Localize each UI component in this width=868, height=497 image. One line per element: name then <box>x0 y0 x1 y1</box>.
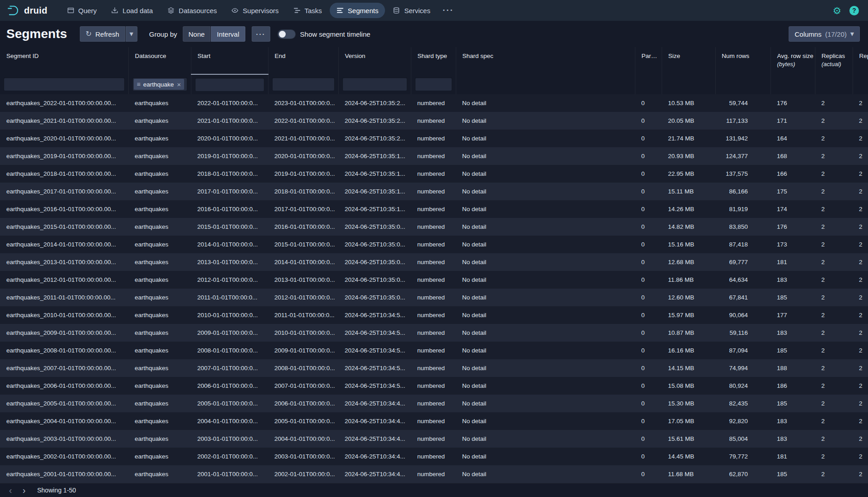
cell-partition[interactable]: 0 <box>635 289 662 306</box>
cell-version[interactable]: 2024-06-25T10:35:0... <box>338 253 411 271</box>
cell-end[interactable]: 2007-01-01T00:00:0... <box>268 377 338 395</box>
next-page-button[interactable]: › <box>17 484 31 496</box>
cell-size[interactable]: 15.97 MB <box>662 306 715 324</box>
cell-replication-factor[interactable]: 2 <box>853 306 868 324</box>
cell-shard-spec[interactable]: No detail <box>456 147 635 165</box>
cell-segment-id[interactable]: earthquakes_2005-01-01T00:00:00.00... <box>0 395 128 412</box>
table-row[interactable]: earthquakes_2005-01-01T00:00:00.00... ea… <box>0 395 868 412</box>
cell-start[interactable]: 2008-01-01T00:00:0... <box>191 342 268 359</box>
cell-size[interactable]: 11.68 MB <box>662 465 715 483</box>
cell-replicas[interactable]: 2 <box>815 165 853 183</box>
cell-shard-spec[interactable]: No detail <box>456 324 635 342</box>
cell-datasource[interactable]: earthquakes <box>128 395 191 412</box>
col-header-avg-row-size[interactable]: Avg. row size(bytes) <box>770 47 815 74</box>
cell-version[interactable]: 2024-06-25T10:34:5... <box>338 324 411 342</box>
cell-start[interactable]: 2022-01-01T00:00:0... <box>191 94 268 112</box>
cell-shard-type[interactable]: numbered <box>411 147 456 165</box>
cell-shard-spec[interactable]: No detail <box>456 165 635 183</box>
col-header-datasource[interactable]: Datasource <box>128 47 191 74</box>
cell-shard-spec[interactable]: No detail <box>456 465 635 483</box>
cell-shard-type[interactable]: numbered <box>411 306 456 324</box>
cell-segment-id[interactable]: earthquakes_2020-01-01T00:00:00.00... <box>0 130 128 147</box>
cell-start[interactable]: 2015-01-01T00:00:0... <box>191 218 268 236</box>
cell-partition[interactable]: 0 <box>635 112 662 130</box>
cell-avg-row-size[interactable]: 175 <box>770 183 815 200</box>
refresh-interval-dropdown-button[interactable]: ▾ <box>126 26 137 42</box>
cell-num-rows[interactable]: 117,133 <box>715 112 770 130</box>
cell-num-rows[interactable]: 92,820 <box>715 412 770 430</box>
refresh-button[interactable]: ↻ Refresh <box>80 26 125 42</box>
cell-partition[interactable]: 0 <box>635 395 662 412</box>
remove-filter-icon[interactable]: × <box>177 81 181 88</box>
cell-datasource[interactable]: earthquakes <box>128 236 191 253</box>
cell-end[interactable]: 2014-01-01T00:00:0... <box>268 253 338 271</box>
col-header-num-rows[interactable]: Num rows <box>715 47 770 74</box>
cell-start[interactable]: 2009-01-01T00:00:0... <box>191 324 268 342</box>
cell-replicas[interactable]: 2 <box>815 359 853 377</box>
previous-page-button[interactable]: ‹ <box>4 484 17 496</box>
col-header-shard-spec[interactable]: Shard spec <box>456 47 635 74</box>
group-by-none-button[interactable]: None <box>183 26 211 42</box>
cell-avg-row-size[interactable]: 177 <box>770 306 815 324</box>
col-header-size[interactable]: Size <box>662 47 715 74</box>
cell-end[interactable]: 2008-01-01T00:00:0... <box>268 359 338 377</box>
cell-start[interactable]: 2012-01-01T00:00:0... <box>191 271 268 289</box>
cell-replication-factor[interactable]: 2 <box>853 430 868 448</box>
cell-replicas[interactable]: 2 <box>815 236 853 253</box>
cell-datasource[interactable]: earthquakes <box>128 412 191 430</box>
cell-start[interactable]: 2018-01-01T00:00:0... <box>191 165 268 183</box>
cell-size[interactable]: 14.82 MB <box>662 218 715 236</box>
cell-replication-factor[interactable]: 2 <box>853 342 868 359</box>
cell-size[interactable]: 16.16 MB <box>662 342 715 359</box>
cell-num-rows[interactable]: 90,064 <box>715 306 770 324</box>
cell-shard-spec[interactable]: No detail <box>456 342 635 359</box>
cell-shard-type[interactable]: numbered <box>411 342 456 359</box>
cell-start[interactable]: 2005-01-01T00:00:0... <box>191 395 268 412</box>
table-row[interactable]: earthquakes_2018-01-01T00:00:00.00... ea… <box>0 165 868 183</box>
cell-num-rows[interactable]: 124,377 <box>715 147 770 165</box>
cell-datasource[interactable]: earthquakes <box>128 271 191 289</box>
cell-replicas[interactable]: 2 <box>815 448 853 465</box>
cell-segment-id[interactable]: earthquakes_2021-01-01T00:00:00.00... <box>0 112 128 130</box>
cell-num-rows[interactable]: 74,994 <box>715 359 770 377</box>
cell-replication-factor[interactable]: 2 <box>853 465 868 483</box>
cell-shard-spec[interactable]: No detail <box>456 359 635 377</box>
cell-shard-type[interactable]: numbered <box>411 271 456 289</box>
cell-replicas[interactable]: 2 <box>815 183 853 200</box>
cell-datasource[interactable]: earthquakes <box>128 112 191 130</box>
cell-segment-id[interactable]: earthquakes_2014-01-01T00:00:00.00... <box>0 236 128 253</box>
cell-shard-spec[interactable]: No detail <box>456 377 635 395</box>
col-header-replication-factor[interactable]: Replication factor <box>853 47 868 74</box>
table-row[interactable]: earthquakes_2006-01-01T00:00:00.00... ea… <box>0 377 868 395</box>
table-row[interactable]: earthquakes_2013-01-01T00:00:00.00... ea… <box>0 253 868 271</box>
cell-shard-type[interactable]: numbered <box>411 395 456 412</box>
cell-partition[interactable]: 0 <box>635 165 662 183</box>
cell-end[interactable]: 2013-01-01T00:00:0... <box>268 271 338 289</box>
datasource-filter-input[interactable]: ≡ earthquake × <box>132 77 187 91</box>
cell-segment-id[interactable]: earthquakes_2016-01-01T00:00:00.00... <box>0 200 128 218</box>
col-header-partition[interactable]: Partition <box>635 47 662 74</box>
cell-datasource[interactable]: earthquakes <box>128 289 191 306</box>
cell-partition[interactable]: 0 <box>635 324 662 342</box>
col-header-shard-type[interactable]: Shard type <box>411 47 456 74</box>
cell-replicas[interactable]: 2 <box>815 130 853 147</box>
cell-segment-id[interactable]: earthquakes_2004-01-01T00:00:00.00... <box>0 412 128 430</box>
table-row[interactable]: earthquakes_2021-01-01T00:00:00.00... ea… <box>0 112 868 130</box>
cell-avg-row-size[interactable]: 181 <box>770 448 815 465</box>
cell-version[interactable]: 2024-06-25T10:34:4... <box>338 448 411 465</box>
cell-start[interactable]: 2011-01-01T00:00:0... <box>191 289 268 306</box>
cell-datasource[interactable]: earthquakes <box>128 359 191 377</box>
cell-shard-spec[interactable]: No detail <box>456 218 635 236</box>
cell-replication-factor[interactable]: 2 <box>853 289 868 306</box>
cell-num-rows[interactable]: 83,850 <box>715 218 770 236</box>
cell-partition[interactable]: 0 <box>635 359 662 377</box>
cell-version[interactable]: 2024-06-25T10:35:1... <box>338 165 411 183</box>
cell-start[interactable]: 2004-01-01T00:00:0... <box>191 412 268 430</box>
cell-replicas[interactable]: 2 <box>815 218 853 236</box>
cell-avg-row-size[interactable]: 168 <box>770 147 815 165</box>
help-icon[interactable]: ? <box>849 6 859 15</box>
cell-size[interactable]: 21.74 MB <box>662 130 715 147</box>
cell-replicas[interactable]: 2 <box>815 306 853 324</box>
cell-start[interactable]: 2016-01-01T00:00:0... <box>191 200 268 218</box>
cell-size[interactable]: 22.95 MB <box>662 165 715 183</box>
